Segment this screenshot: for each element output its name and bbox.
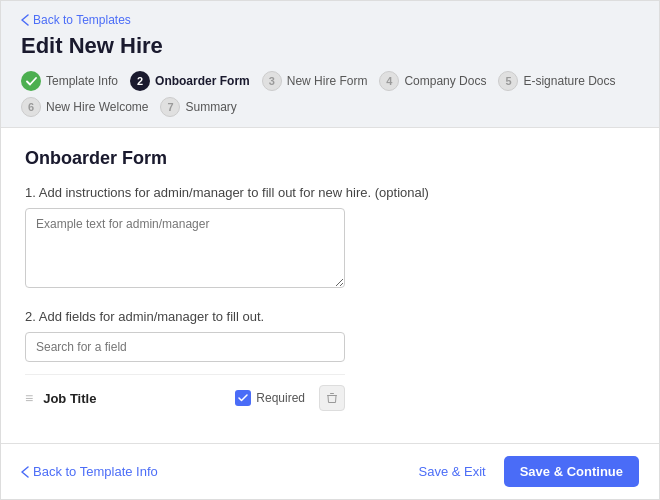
step-circle-4: 4 [379,71,399,91]
search-wrap [25,332,345,362]
step-circle-7: 7 [160,97,180,117]
step-4[interactable]: 4Company Docs [379,71,486,91]
step-circle-2: 2 [130,71,150,91]
step-circle-3: 3 [262,71,282,91]
footer: Back to Template Info Save & Exit Save &… [1,443,659,499]
field-name-label: Job Title [43,391,235,406]
trash-icon [326,392,338,404]
fields-section: 2. Add fields for admin/manager to fill … [25,309,635,421]
footer-actions: Save & Exit Save & Continue [411,456,640,487]
step-6[interactable]: 6New Hire Welcome [21,97,148,117]
step-circle-6: 6 [21,97,41,117]
step-label-2: Onboarder Form [155,74,250,88]
required-checkbox[interactable] [235,390,251,406]
back-to-template-info-link[interactable]: Back to Template Info [21,464,158,479]
field-rows: ≡ Job Title Required [25,374,635,421]
footer-back-chevron-icon [21,466,29,478]
instruction-label: 1. Add instructions for admin/manager to… [25,185,635,200]
step-circle-5: 5 [498,71,518,91]
save-exit-button[interactable]: Save & Exit [411,460,494,483]
step-label-7: Summary [185,100,236,114]
step-5[interactable]: 5E-signature Docs [498,71,615,91]
step-label-4: Company Docs [404,74,486,88]
steps-nav: Template Info2Onboarder Form3New Hire Fo… [21,71,639,117]
step-label-5: E-signature Docs [523,74,615,88]
required-wrap: Required [235,390,305,406]
step-label-1: Template Info [46,74,118,88]
checkmark-icon [238,393,248,403]
section-title: Onboarder Form [25,148,635,169]
drag-handle-icon[interactable]: ≡ [25,390,33,406]
required-label: Required [256,391,305,405]
fields-label: 2. Add fields for admin/manager to fill … [25,309,635,324]
svg-rect-1 [330,393,334,394]
search-input[interactable] [25,332,345,362]
back-to-templates-link[interactable]: Back to Templates [21,13,639,27]
table-row: ≡ Job Title Required [25,374,345,421]
svg-rect-0 [327,395,337,396]
main-content: Onboarder Form 1. Add instructions for a… [1,128,659,443]
back-chevron-icon [21,14,29,26]
page-title: Edit New Hire [21,33,639,59]
delete-field-button[interactable] [319,385,345,411]
step-label-6: New Hire Welcome [46,100,148,114]
step-label-3: New Hire Form [287,74,368,88]
header: Back to Templates Edit New Hire Template… [1,1,659,128]
instructions-textarea[interactable] [25,208,345,288]
step-3[interactable]: 3New Hire Form [262,71,368,91]
step-circle-1 [21,71,41,91]
save-continue-button[interactable]: Save & Continue [504,456,639,487]
step-7[interactable]: 7Summary [160,97,236,117]
step-1[interactable]: Template Info [21,71,118,91]
step-2[interactable]: 2Onboarder Form [130,71,250,91]
